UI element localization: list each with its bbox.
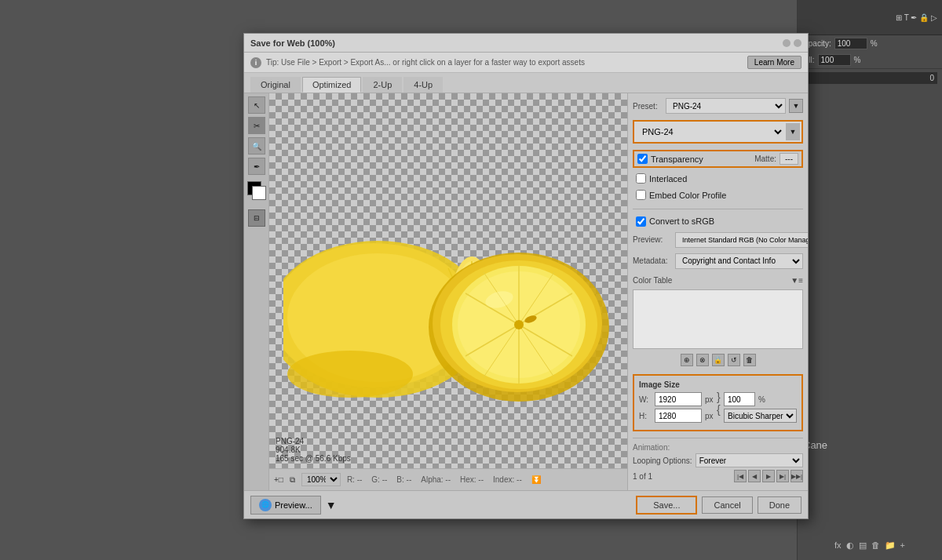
height-input[interactable] [655, 409, 702, 423]
cancel-button[interactable]: Cancel [702, 496, 752, 514]
interlaced-checkbox[interactable] [636, 173, 646, 184]
tab-original[interactable]: Original [250, 77, 301, 93]
duplicate-icon[interactable]: ⧉ [290, 475, 295, 485]
tab-4up[interactable]: 4-Up [403, 77, 443, 93]
transparency-label: Transparency [651, 155, 703, 164]
preview-button[interactable]: 🌐 Preview... [250, 496, 321, 515]
transparency-checkbox[interactable] [637, 154, 648, 164]
browser-dropdown[interactable]: ▼ [326, 499, 337, 511]
embed-color-checkbox[interactable] [636, 190, 646, 200]
metadata-row: Metadata: Copyright and Contact Info [633, 253, 803, 269]
convert-srgb-row: Convert to sRGB [633, 216, 803, 227]
ct-icon-1[interactable]: ⊕ [681, 354, 693, 366]
tabs-bar: Original Optimized 2-Up 4-Up [244, 73, 808, 93]
done-button[interactable]: Done [758, 496, 801, 514]
trash-button[interactable]: 🗑 [871, 540, 880, 551]
canvas-info: PNG-24 904.8K 165 sec @ 56.6 Kbps [276, 437, 351, 463]
animation-section: Animation: Looping Options: Forever 1 of… [633, 438, 803, 485]
convert-srgb-checkbox[interactable] [636, 216, 646, 227]
fill-row: Fill: % [798, 52, 942, 68]
stream-icon[interactable]: ⏬ [531, 475, 541, 484]
canvas-bottom-bar: +□ ⧉ 100% R: -- G: -- B: -- Alpha: -- He… [269, 468, 627, 490]
looping-select[interactable]: Forever [696, 453, 803, 467]
preview-label: Preview... [275, 500, 312, 510]
panel-icons: ⊞ T ✒ 🔒 ▷ [896, 13, 937, 22]
maximize-button[interactable] [794, 39, 801, 47]
ct-icon-4[interactable]: ↺ [728, 354, 740, 366]
eyedropper-tool[interactable]: ✒ [248, 158, 265, 175]
settings-panel: Preset: PNG-24 ▼ PNG-24 ▼ Transparency M… [627, 93, 808, 490]
looping-row: Looping Options: Forever [633, 453, 803, 467]
preset-row: Preset: PNG-24 ▼ [633, 98, 803, 114]
w-unit: px [705, 395, 714, 404]
time-info: 165 sec @ 56.6 Kbps [276, 454, 351, 463]
height-row: H: px [639, 409, 714, 423]
opacity-percent: % [871, 39, 878, 48]
zoom-select[interactable]: 100% [301, 473, 341, 486]
metadata-select[interactable]: Copyright and Contact Info [675, 253, 803, 269]
toggle-tool[interactable]: ⊟ [248, 209, 265, 227]
zoom-tool[interactable]: 🔍 [248, 137, 265, 155]
w-label: W: [639, 395, 652, 404]
divider-1 [633, 209, 803, 209]
ct-icon-5[interactable]: 🗑 [743, 354, 756, 366]
quality-select[interactable]: Bicubic Sharper [724, 409, 797, 423]
percent-input[interactable] [724, 392, 755, 406]
alpha-value: Alpha: -- [421, 475, 451, 484]
anim-next-btn[interactable]: ▶| [776, 470, 789, 482]
fx-button[interactable]: fx [834, 540, 842, 551]
embed-color-label: Embed Color Profile [649, 191, 726, 200]
image-size-section: Image Size W: px H: px [633, 374, 803, 431]
left-toolbar: ↖ ✂ 🔍 ✒ ⊟ [244, 93, 269, 490]
r-value: R: -- [347, 475, 362, 484]
save-for-web-dialog: Save for Web (100%) i Tip: Use File > Ex… [243, 33, 809, 519]
channel-info: R: -- G: -- B: -- Alpha: -- Hex: -- Inde… [347, 475, 522, 484]
folder-button[interactable]: 📁 [885, 540, 896, 551]
preset-select[interactable]: PNG-24 [666, 98, 786, 114]
add-button[interactable]: + [900, 540, 905, 551]
link-icon[interactable]: }{ [717, 392, 721, 414]
color-table-label: Color Table [633, 276, 672, 285]
tab-2up[interactable]: 2-Up [363, 77, 402, 93]
preset-menu-button[interactable]: ▼ [789, 99, 803, 113]
preset-label: Preset: [633, 102, 663, 111]
color-table-menu[interactable]: ▼≡ [790, 276, 803, 285]
transparency-row: Transparency Matte: --- [633, 150, 803, 168]
circle-button[interactable]: ◐ [846, 540, 854, 551]
dialog-bottom: 🌐 Preview... ▼ Save... Cancel Done [244, 490, 808, 518]
width-input[interactable] [655, 392, 702, 406]
save-button[interactable]: Save... [636, 496, 697, 515]
frame-info: 1 of 1 [633, 472, 652, 481]
format-menu-button[interactable]: ▼ [786, 123, 800, 140]
crop-tool[interactable]: ✂ [248, 117, 265, 134]
format-select[interactable]: PNG-24 [636, 123, 784, 140]
opacity-input[interactable] [834, 38, 867, 49]
ps-right-panel: ⊞ T ✒ 🔒 ▷ Opacity: % Fill: % 0 Cane fx ◐… [797, 0, 942, 560]
anim-first-btn[interactable]: |◀ [734, 470, 747, 482]
dialog-titlebar: Save for Web (100%) [244, 34, 808, 53]
learn-more-button[interactable]: Learn More [747, 56, 801, 69]
fill-input[interactable] [818, 54, 851, 66]
tab-optimized[interactable]: Optimized [302, 77, 362, 93]
add-frame-icon[interactable]: +□ [274, 475, 283, 484]
g-value: G: -- [371, 475, 387, 484]
anim-prev-btn[interactable]: ◀ [748, 470, 761, 482]
anim-last-btn[interactable]: ▶▶| [790, 470, 803, 482]
preview-label: Preview: [633, 235, 672, 244]
pointer-tool[interactable]: ↖ [248, 96, 265, 114]
foreground-color[interactable] [247, 181, 266, 200]
preview-row: Preview: Internet Standard RGB (No Color… [633, 232, 803, 248]
minimize-button[interactable] [783, 39, 790, 47]
dialog-content: ↖ ✂ 🔍 ✒ ⊟ [244, 93, 808, 490]
preview-select[interactable]: Internet Standard RGB (No Color Manageme… [675, 232, 808, 248]
matte-value[interactable]: --- [780, 153, 798, 165]
canvas-area: PNG-24 904.8K 165 sec @ 56.6 Kbps +□ ⧉ 1… [269, 93, 627, 490]
tip-text: Tip: Use File > Export > Export As... or… [266, 58, 585, 67]
layers-button[interactable]: ▤ [859, 540, 867, 551]
ct-icon-3[interactable]: 🔒 [712, 354, 725, 366]
ct-icon-2[interactable]: ⊗ [696, 354, 709, 366]
opacity-row: Opacity: % [798, 35, 942, 52]
anim-play-btn[interactable]: ▶ [762, 470, 775, 482]
width-row: W: px [639, 392, 714, 406]
color-table-header: Color Table ▼≡ [633, 275, 803, 286]
